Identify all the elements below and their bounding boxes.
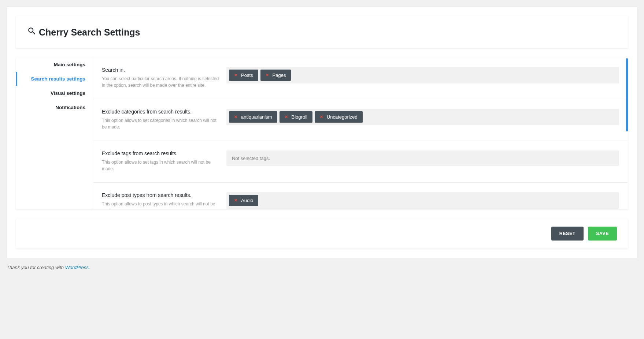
setting-row-exclude-post-types: Exclude post types from search results. …: [93, 183, 628, 209]
setting-label-column: Exclude post types from search results. …: [102, 192, 219, 209]
scrollbar[interactable]: [626, 58, 628, 131]
setting-control-column: ✕ Posts ✕ Pages: [226, 67, 619, 89]
tag-pill-antiquarianism: ✕ antiquarianism: [229, 111, 277, 123]
content-area: Search in. You can select particular sea…: [93, 57, 628, 209]
setting-label-column: Search in. You can select particular sea…: [102, 67, 219, 89]
tab-label: Main settings: [54, 62, 85, 67]
setting-description: You can select particular search areas. …: [102, 75, 219, 89]
tag-text: Pages: [273, 72, 286, 78]
tag-selector-exclude-tags[interactable]: Not selected tags.: [226, 150, 619, 166]
setting-description: This option allows to set categories in …: [102, 117, 219, 130]
setting-label-column: Exclude categories from search results. …: [102, 109, 219, 130]
page-title: Cherry Search Settings: [27, 26, 617, 38]
reset-button[interactable]: RESET: [551, 227, 584, 241]
tab-label: Notifications: [55, 105, 85, 110]
header-card: Cherry Search Settings: [16, 16, 628, 48]
tag-text: Uncategorized: [327, 114, 358, 120]
tab-label: Search results settings: [31, 76, 85, 82]
setting-row-exclude-categories: Exclude categories from search results. …: [93, 99, 628, 141]
remove-icon[interactable]: ✕: [285, 115, 288, 119]
search-icon: [27, 26, 37, 38]
empty-placeholder: Not selected tags.: [229, 153, 273, 163]
setting-row-search-in: Search in. You can select particular sea…: [93, 57, 628, 99]
setting-label: Exclude tags from search results.: [102, 150, 219, 156]
setting-control-column: Not selected tags.: [226, 150, 619, 172]
footer-prefix: Thank you for creating with: [7, 265, 65, 270]
remove-icon[interactable]: ✕: [320, 115, 323, 119]
tab-visual-settings[interactable]: Visual settings: [16, 86, 93, 100]
footer-suffix: .: [89, 265, 90, 270]
setting-label: Exclude post types from search results.: [102, 192, 219, 198]
remove-icon[interactable]: ✕: [266, 73, 269, 77]
setting-label: Search in.: [102, 67, 219, 73]
tab-label: Visual settings: [51, 90, 85, 96]
settings-body: Main settings Search results settings Vi…: [16, 57, 628, 209]
save-button[interactable]: SAVE: [588, 227, 617, 241]
tag-text: Audio: [241, 198, 253, 203]
tag-text: Blogroll: [292, 114, 307, 120]
tag-pill-blogroll: ✕ Blogroll: [280, 111, 312, 123]
tag-selector-exclude-post-types[interactable]: ✕ Audio: [226, 192, 619, 209]
tab-search-results-settings[interactable]: Search results settings: [16, 72, 93, 86]
tab-notifications[interactable]: Notifications: [16, 100, 93, 115]
tag-pill-audio: ✕ Audio: [229, 195, 258, 206]
setting-control-column: ✕ antiquarianism ✕ Blogroll ✕ Uncategori…: [226, 109, 619, 130]
footer-note: Thank you for creating with WordPress.: [7, 258, 637, 274]
tab-main-settings[interactable]: Main settings: [16, 57, 93, 72]
tabs-sidebar: Main settings Search results settings Vi…: [16, 57, 93, 209]
tag-selector-search-in[interactable]: ✕ Posts ✕ Pages: [226, 67, 619, 83]
actions-card: RESET SAVE: [16, 219, 628, 249]
page-title-text: Cherry Search Settings: [39, 27, 140, 38]
tag-pill-pages: ✕ Pages: [260, 70, 291, 81]
tag-selector-exclude-categories[interactable]: ✕ antiquarianism ✕ Blogroll ✕ Uncategori…: [226, 109, 619, 125]
tag-pill-posts: ✕ Posts: [229, 70, 258, 81]
remove-icon[interactable]: ✕: [234, 198, 237, 202]
tag-pill-uncategorized: ✕ Uncategorized: [315, 111, 363, 123]
tag-text: Posts: [241, 72, 253, 78]
setting-description: This option allows to post types in whic…: [102, 201, 219, 209]
remove-icon[interactable]: ✕: [234, 73, 237, 77]
tag-text: antiquarianism: [241, 114, 272, 120]
setting-control-column: ✕ Audio: [226, 192, 619, 209]
remove-icon[interactable]: ✕: [234, 115, 237, 119]
wordpress-link[interactable]: WordPress: [65, 265, 89, 270]
setting-description: This option allows to set tags in which …: [102, 159, 219, 172]
settings-container: Cherry Search Settings Main settings Sea…: [7, 7, 637, 258]
setting-row-exclude-tags: Exclude tags from search results. This o…: [93, 141, 628, 183]
setting-label: Exclude categories from search results.: [102, 109, 219, 115]
setting-label-column: Exclude tags from search results. This o…: [102, 150, 219, 172]
